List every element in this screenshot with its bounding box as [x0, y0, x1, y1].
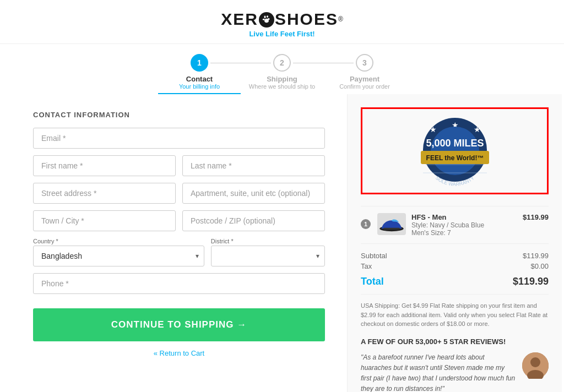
district-group: District * ▾ — [211, 238, 325, 266]
svg-text:★: ★ — [473, 125, 480, 134]
warranty-badge-container: ★ ★ ★ 5,000 MILES FEEL the World!™ SOLE … — [361, 107, 549, 194]
step-payment: 3 Payment Confirm your order — [323, 54, 406, 90]
city-input[interactable] — [33, 210, 176, 231]
street-input[interactable] — [33, 183, 176, 204]
product-row: 1 HFS - Men Style: Navy / Scuba Blue Men… — [361, 206, 549, 244]
step-payment-sublabel: Confirm your order — [339, 83, 390, 90]
registered-mark: ® — [338, 15, 343, 23]
product-name: HFS - Men — [411, 213, 517, 221]
subtotal-label: Subtotal — [361, 252, 387, 260]
district-label: District * — [211, 238, 325, 244]
country-group: Country * Bangladesh United States Unite… — [33, 238, 204, 266]
paw-icon — [259, 12, 274, 28]
district-select[interactable] — [211, 246, 325, 266]
apt-input[interactable] — [182, 183, 325, 204]
product-qty-badge: 1 — [361, 219, 371, 229]
city-row — [33, 210, 325, 238]
return-to-cart-link[interactable]: « Return to Cart — [33, 349, 325, 357]
shipping-note: USA Shipping: Get $4.99 Flat Rate shippi… — [361, 294, 549, 329]
continue-to-shipping-button[interactable]: CONTINUE TO SHIPPING → — [33, 308, 325, 341]
svg-point-0 — [264, 16, 265, 19]
product-size: Men's Size: 7 — [411, 229, 517, 237]
step-payment-circle: 3 — [356, 54, 373, 72]
total-label: Total — [361, 276, 384, 287]
svg-text:5,000 MILES: 5,000 MILES — [426, 138, 484, 149]
reviews-title: A FEW OF OUR 53,000+ 5 STAR REVIEWS! — [361, 337, 549, 346]
product-price: $119.99 — [523, 213, 549, 221]
right-panel: ★ ★ ★ 5,000 MILES FEEL the World!™ SOLE … — [347, 94, 562, 392]
first-name-input[interactable] — [33, 155, 176, 176]
last-name-input[interactable] — [182, 155, 325, 176]
step-contact-underline — [158, 93, 241, 94]
svg-rect-16 — [383, 228, 400, 230]
svg-text:★: ★ — [429, 125, 436, 134]
district-select-wrapper: ▾ — [211, 246, 325, 266]
review-content: "As a barefoot runner I've heard lots ab… — [361, 352, 517, 393]
country-label: Country * — [33, 238, 204, 244]
postcode-input[interactable] — [182, 210, 325, 231]
address-row — [33, 183, 325, 210]
first-name-group — [33, 155, 176, 176]
checkout-steps: 1 Contact Your billing info 2 Shipping W… — [0, 44, 564, 94]
email-group — [33, 128, 325, 149]
main-content: CONTACT INFORMATION — [0, 94, 564, 392]
left-panel: CONTACT INFORMATION — [0, 94, 347, 392]
logo-xero-text: XER — [221, 10, 258, 29]
total-value: $119.99 — [513, 276, 549, 287]
logo-tagline: Live Life Feet First! — [0, 30, 564, 38]
city-group — [33, 210, 176, 231]
phone-input[interactable] — [33, 273, 325, 294]
tax-value: $0.00 — [530, 262, 549, 270]
step-shipping: 2 Shipping Where we should ship to — [241, 54, 323, 90]
tax-row: Tax $0.00 — [361, 262, 549, 270]
total-row: Total $119.99 — [361, 276, 549, 287]
phone-group — [33, 273, 325, 294]
email-input[interactable] — [33, 128, 325, 149]
apt-group — [182, 183, 325, 204]
subtotal-value: $119.99 — [523, 252, 549, 260]
logo-shoes-text: SHOES — [275, 10, 338, 29]
street-group — [33, 183, 176, 204]
name-row — [33, 155, 325, 183]
reviewer-avatar — [522, 352, 549, 379]
product-qty-img: 1 — [361, 213, 406, 235]
tax-label: Tax — [361, 262, 372, 270]
warranty-badge: ★ ★ ★ 5,000 MILES FEEL the World!™ SOLE … — [411, 112, 499, 189]
review-block: "As a barefoot runner I've heard lots ab… — [361, 352, 549, 393]
svg-point-18 — [530, 357, 540, 367]
section-title: CONTACT INFORMATION — [33, 111, 325, 119]
postcode-group — [182, 210, 325, 231]
country-row: Country * Bangladesh United States Unite… — [33, 238, 325, 266]
step-shipping-sublabel: Where we should ship to — [249, 83, 315, 90]
step-shipping-circle: 2 — [273, 54, 291, 72]
svg-point-2 — [263, 19, 265, 20]
step-contact-circle: 1 — [191, 54, 208, 72]
step-contact-sublabel: Your billing info — [179, 83, 220, 90]
step-contact-label: Contact — [186, 75, 213, 83]
svg-point-1 — [267, 15, 268, 18]
last-name-group — [182, 155, 325, 176]
step-shipping-label: Shipping — [267, 75, 297, 83]
step-payment-label: Payment — [350, 75, 379, 83]
site-header: XER SHOES ® Live Life Feet First! — [0, 0, 564, 44]
logo: XER SHOES ® — [0, 10, 564, 29]
svg-text:FEEL the World!™: FEEL the World!™ — [426, 154, 484, 162]
country-select-wrapper: Bangladesh United States United Kingdom … — [33, 246, 204, 266]
subtotal-row: Subtotal $119.99 — [361, 252, 549, 260]
country-select[interactable]: Bangladesh United States United Kingdom … — [33, 246, 204, 266]
product-image — [377, 213, 406, 235]
product-info: HFS - Men Style: Navy / Scuba Blue Men's… — [411, 213, 517, 237]
step-contact: 1 Contact Your billing info — [158, 54, 241, 94]
review-text: "As a barefoot runner I've heard lots ab… — [361, 352, 517, 393]
product-style: Style: Navy / Scuba Blue — [411, 221, 517, 229]
order-totals: Subtotal $119.99 Tax $0.00 Total $119.99 — [361, 252, 549, 287]
